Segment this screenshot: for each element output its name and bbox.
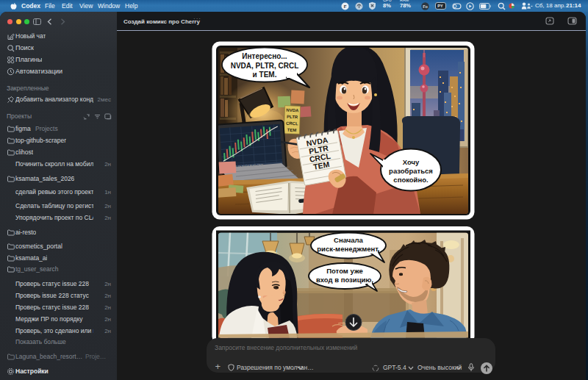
svg-text:и ТЕМ.: и ТЕМ. (253, 71, 277, 79)
svg-text:спокойно.: спокойно. (393, 176, 428, 184)
svg-text:TEM: TEM (287, 128, 297, 132)
svg-text:Хочу: Хочу (403, 158, 420, 166)
svg-text:вход в позицию.: вход в позицию. (316, 276, 373, 284)
svg-text:Потом уже: Потом уже (326, 267, 363, 275)
svg-text:разобраться: разобраться (389, 167, 433, 175)
svg-text:NVDA: NVDA (286, 108, 299, 113)
svg-text:PLTR: PLTR (287, 115, 298, 120)
svg-text:риск-менеджмент.: риск-менеджмент. (317, 245, 379, 253)
svg-text:Сначала: Сначала (334, 236, 363, 244)
svg-text:Интересно...: Интересно... (242, 52, 287, 60)
svg-text:CRCL: CRCL (286, 121, 298, 126)
svg-text:NVDA, PLTR, CRCL: NVDA, PLTR, CRCL (231, 62, 299, 70)
